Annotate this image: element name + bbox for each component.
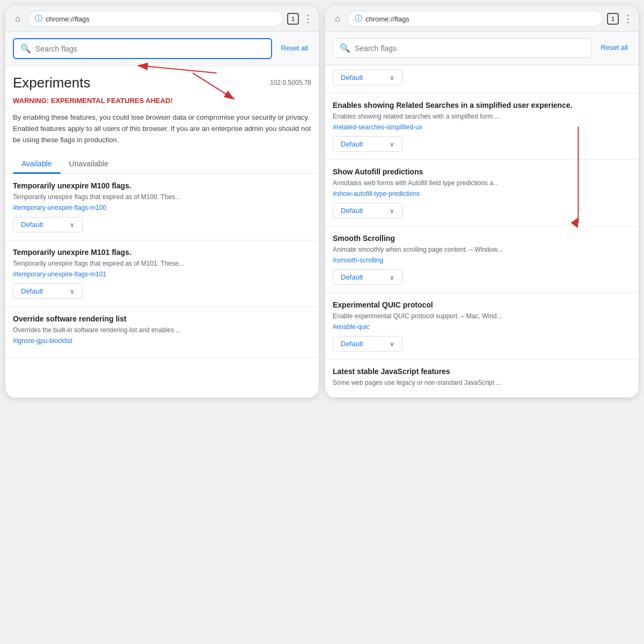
flag-title-autofill: Show Autofill predictions (333, 167, 631, 176)
flag-dropdown-autofill[interactable]: Default ∨ (333, 203, 402, 218)
right-menu-dots[interactable]: ⋮ (623, 13, 632, 25)
dropdown-arrow-m100: ∨ (70, 221, 75, 229)
flag-dropdown-smooth[interactable]: Default ∨ (333, 269, 402, 285)
flag-desc-m100: Temporarily unexpire flags that expired … (13, 192, 311, 202)
flag-title-override: Override software rendering list (13, 314, 311, 323)
tabs-row: Available Unavailable (5, 154, 319, 174)
flag-dropdown-quic[interactable]: Default ∨ (333, 336, 402, 352)
flag-item-smooth-scrolling: Smooth Scrolling Animate smoothly when s… (325, 226, 639, 293)
right-search-area: 🔍 Reset all (325, 32, 639, 65)
flag-title-m101: Temporarily unexpire M101 flags. (13, 248, 311, 257)
left-url-text: chrome://flags (46, 15, 90, 23)
left-browser-chrome: ⌂ ⓘ chrome://flags 1 ⋮ (5, 5, 319, 32)
left-nav-row: ⌂ ⓘ chrome://flags 1 ⋮ (12, 11, 312, 27)
right-info-icon: ⓘ (355, 14, 362, 24)
left-search-icon: 🔍 (20, 43, 31, 54)
flag-link-autofill[interactable]: #show-autofill-type-predictions (333, 190, 631, 197)
flag-dropdown-related[interactable]: Default ∨ (333, 136, 402, 152)
right-tab-count[interactable]: 1 (607, 13, 619, 25)
left-menu-dots[interactable]: ⋮ (303, 13, 312, 25)
flag-item-partial-top: Default ∨ (325, 65, 639, 93)
dropdown-arrow-smooth: ∨ (390, 274, 394, 281)
flag-link-override[interactable]: #ignore-gpu-blocklist (13, 337, 311, 345)
right-reset-all-button[interactable]: Reset all (597, 41, 631, 55)
left-address-bar[interactable]: ⓘ chrome://flags (28, 11, 283, 27)
right-search-icon: 🔍 (340, 43, 350, 53)
flag-title-related: Enables showing Related Searches in a si… (333, 101, 631, 109)
tab-available[interactable]: Available (13, 154, 61, 173)
right-phone: ⌂ ⓘ chrome://flags 1 ⋮ 🔍 Reset all (325, 5, 639, 398)
version-text: 102.0.5005.78 (270, 79, 311, 86)
flag-item-quic: Experimental QUIC protocol Enable experi… (325, 293, 639, 360)
experiments-header: Experiments 102.0.5005.78 (5, 66, 319, 93)
flag-desc-related: Enables showing related searches with a … (333, 112, 631, 121)
warning-text: WARNING: EXPERIMENTAL FEATURES AHEAD! (5, 93, 319, 108)
flag-link-m100[interactable]: #temporary-unexpire-flags-m100 (13, 204, 311, 211)
right-url-text: chrome://flags (365, 15, 409, 23)
flag-dropdown-m101[interactable]: Default ∨ (13, 283, 83, 299)
right-nav-row: ⌂ ⓘ chrome://flags 1 ⋮ (332, 11, 632, 27)
experiments-title: Experiments (13, 75, 91, 91)
right-home-icon[interactable]: ⌂ (332, 13, 343, 25)
info-icon: ⓘ (35, 14, 42, 24)
flag-link-related[interactable]: #related-searches-simplified-ux (333, 123, 631, 131)
tab-unavailable[interactable]: Unavailable (61, 154, 117, 173)
flag-item-m100: Temporarily unexpire M100 flags. Tempora… (5, 174, 319, 240)
right-search-input[interactable] (355, 44, 585, 53)
flag-dropdown-partial[interactable]: Default ∨ (333, 70, 402, 85)
left-search-area: 🔍 Reset all (5, 32, 319, 66)
flag-title-quic: Experimental QUIC protocol (333, 301, 631, 309)
flag-link-smooth[interactable]: #smooth-scrolling (333, 257, 631, 264)
description-text: By enabling these features, you could lo… (5, 108, 319, 154)
dropdown-arrow-quic: ∨ (390, 340, 394, 348)
dropdown-arrow-autofill: ∨ (390, 207, 394, 215)
flag-item-override: Override software rendering list Overrid… (5, 307, 319, 358)
flag-desc-js: Some web pages use legacy or non-standar… (333, 378, 631, 387)
flag-item-m101: Temporarily unexpire M101 flags. Tempora… (5, 240, 319, 307)
flag-title-js: Latest stable JavaScript features (333, 367, 631, 376)
flag-link-quic[interactable]: #enable-quic (333, 323, 631, 331)
flag-desc-autofill: Annotates web forms with Autofill field … (333, 178, 631, 188)
right-address-bar[interactable]: ⓘ chrome://flags (348, 11, 603, 27)
left-tab-count[interactable]: 1 (287, 13, 299, 25)
flag-item-autofill: Show Autofill predictions Annotates web … (325, 160, 639, 226)
flag-desc-quic: Enable experimental QUIC protocol suppor… (333, 311, 631, 321)
flag-link-m101[interactable]: #temporary-unexpire-flags-m101 (13, 270, 311, 278)
left-search-input[interactable] (35, 45, 265, 53)
dropdown-arrow-partial: ∨ (390, 74, 394, 82)
flag-item-js: Latest stable JavaScript features Some w… (325, 360, 639, 398)
flag-desc-smooth: Animate smoothly when scrolling page con… (333, 245, 631, 254)
home-icon[interactable]: ⌂ (12, 13, 24, 25)
left-reset-all-button[interactable]: Reset all (277, 42, 311, 55)
right-search-input-wrapper[interactable]: 🔍 (333, 38, 592, 58)
left-search-input-wrapper[interactable]: 🔍 (13, 38, 272, 59)
right-page-content: 🔍 Reset all Default ∨ Enables showing Re… (325, 32, 639, 398)
left-phone: ⌂ ⓘ chrome://flags 1 ⋮ 🔍 Reset all (5, 5, 319, 398)
flag-title-smooth: Smooth Scrolling (333, 234, 631, 243)
flag-item-related-searches: Enables showing Related Searches in a si… (325, 93, 639, 160)
right-browser-chrome: ⌂ ⓘ chrome://flags 1 ⋮ (325, 5, 639, 32)
flag-title-m100: Temporarily unexpire M100 flags. (13, 181, 311, 190)
flag-desc-override: Overrides the built-in software renderin… (13, 325, 311, 335)
flag-dropdown-m100[interactable]: Default ∨ (13, 217, 83, 232)
dropdown-arrow-m101: ∨ (70, 288, 75, 295)
dropdown-arrow-related: ∨ (390, 141, 394, 148)
flag-desc-m101: Temporarily unexpire flags that expired … (13, 259, 311, 268)
left-page-content: 🔍 Reset all Experiments 102.0.5005.78 WA… (5, 32, 319, 398)
